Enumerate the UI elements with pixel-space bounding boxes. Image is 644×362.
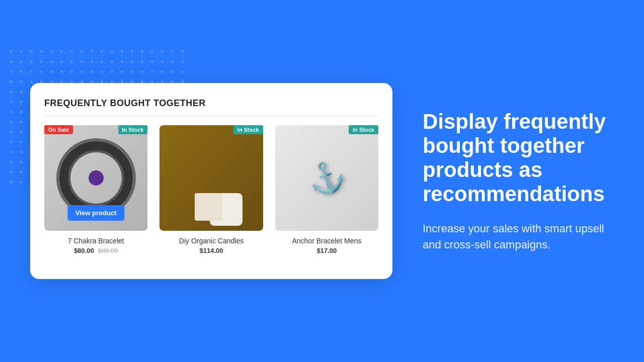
- badge-in-stock-2: In Stock: [233, 125, 263, 134]
- price-row-2: $114.00: [199, 247, 223, 254]
- product-item-1: On Sale In Stock View product 7 Chakra B…: [44, 125, 147, 254]
- product-card: FREQUENTLY BOUGHT TOGETHER On Sale In St…: [30, 83, 392, 279]
- product-image-anchor: [275, 125, 378, 231]
- product-name-1: 7 Chakra Bracelet: [68, 237, 124, 245]
- price-current-1: $80.00: [74, 247, 94, 254]
- sub-text: Increase your sales with smart upsell an…: [423, 221, 614, 253]
- view-product-button[interactable]: View product: [67, 205, 124, 221]
- price-current-3: $17.00: [316, 247, 337, 254]
- card-header: FREQUENTLY BOUGHT TOGETHER: [44, 98, 378, 116]
- product-item-2: In Stock Diy Organic Candles $114.00: [159, 125, 263, 254]
- badge-in-stock-1: In Stock: [118, 125, 148, 134]
- price-row-1: $80.00 $88.00: [74, 247, 118, 254]
- product-image-wrapper-3: In Stock: [275, 125, 378, 231]
- badge-on-sale: On Sale: [44, 125, 73, 134]
- product-item-3: In Stock Anchor Bracelet Mens $17.00: [275, 125, 378, 254]
- product-image-wrapper-1: On Sale In Stock View product: [44, 125, 147, 231]
- badge-in-stock-3: In Stock: [349, 125, 378, 134]
- price-original-1: $88.00: [98, 247, 118, 254]
- price-current-2: $114.00: [199, 247, 223, 254]
- product-image-wrapper-2: In Stock: [159, 125, 263, 231]
- main-headline: Display frequently bought together produ…: [423, 110, 614, 207]
- products-grid: On Sale In Stock View product 7 Chakra B…: [44, 125, 378, 254]
- product-image-candles: [159, 125, 263, 231]
- product-name-3: Anchor Bracelet Mens: [292, 237, 361, 245]
- text-section: Display frequently bought together produ…: [423, 110, 614, 253]
- price-row-3: $17.00: [316, 247, 337, 254]
- product-name-2: Diy Organic Candles: [179, 237, 244, 245]
